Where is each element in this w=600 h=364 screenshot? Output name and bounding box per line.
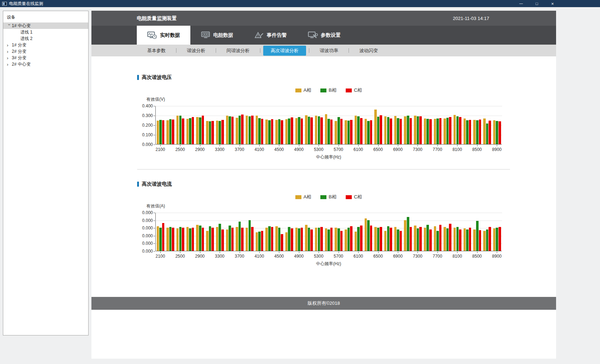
chart-legend: A相B相C相: [155, 194, 502, 200]
tree-item[interactable]: ›3# 分变: [3, 55, 88, 61]
section-marker-icon: [137, 75, 139, 80]
x-tick-label: 2100: [152, 147, 168, 152]
bar: [464, 118, 466, 144]
bar: [489, 227, 491, 251]
bar: [380, 227, 382, 251]
bar: [404, 220, 406, 251]
bar: [226, 229, 229, 251]
bar: [192, 228, 194, 251]
bar: [231, 117, 234, 144]
bar: [189, 228, 191, 251]
bar: [404, 116, 406, 144]
x-tick-mark: [319, 252, 319, 253]
tree-item-label: 1# 分变: [12, 42, 26, 48]
y-tick-label: 0.200: [137, 123, 153, 128]
bar: [186, 119, 189, 144]
bar: [424, 118, 426, 144]
bar: [456, 116, 459, 144]
subtab-谐波分析[interactable]: 谐波分析: [179, 46, 213, 56]
bar: [454, 115, 456, 144]
x-tick-label: 4100: [251, 147, 267, 152]
tree-item[interactable]: ›1# 中心变: [3, 22, 88, 29]
tree-item[interactable]: ›2# 中心变: [3, 61, 88, 67]
x-tick-mark: [240, 145, 240, 146]
x-tick-label: 5300: [311, 147, 326, 152]
bar: [476, 120, 479, 144]
bar: [483, 231, 486, 251]
subtab-divider-line: [176, 48, 176, 53]
bar: [285, 119, 288, 144]
close-button[interactable]: ×: [545, 0, 560, 7]
bar: [384, 231, 387, 251]
x-tick-mark: [279, 145, 279, 146]
chevron-right-icon[interactable]: ›: [7, 55, 12, 61]
tab-实时数据[interactable]: 实时数据: [137, 26, 190, 45]
tab-参数设置[interactable]: 参数设置: [298, 26, 351, 45]
x-tick-label: 2100: [152, 254, 168, 259]
bar: [216, 121, 219, 144]
gridline: [156, 213, 502, 213]
legend-item: B相: [320, 194, 336, 200]
x-tick-mark: [339, 145, 339, 146]
minimize-button[interactable]: —: [513, 0, 529, 7]
section-header: 高次谐波电流: [137, 181, 172, 187]
titlebar: 电能质量在线监测 —□×: [0, 0, 600, 7]
tree-item[interactable]: ›1# 分变: [3, 42, 88, 48]
bar: [285, 232, 288, 251]
subtab-谐波功率[interactable]: 谐波功率: [312, 46, 346, 56]
bar: [182, 228, 184, 251]
x-tick-label: 2900: [192, 147, 208, 152]
bar: [486, 123, 489, 144]
bar: [473, 229, 476, 251]
tree-item-label: 3# 分变: [12, 55, 26, 61]
legend-label: B相: [329, 87, 336, 93]
tab-电能数据[interactable]: 电能数据: [190, 26, 244, 45]
bar: [330, 120, 333, 144]
bar: [211, 121, 214, 144]
chevron-right-icon[interactable]: ›: [7, 49, 12, 54]
bar: [446, 118, 449, 144]
bar: [338, 117, 340, 144]
subtab-高次谐波分析[interactable]: 高次谐波分析: [263, 46, 306, 56]
bar: [281, 120, 283, 144]
subtab-bar: 基本参数谐波分析间谐波分析高次谐波分析谐波功率波动闪变: [91, 45, 556, 56]
chevron-down-icon[interactable]: ›: [7, 24, 12, 29]
chevron-right-icon[interactable]: ›: [7, 62, 12, 67]
tree-item[interactable]: 进线 2: [3, 35, 88, 42]
chevron-right-icon[interactable]: ›: [7, 42, 12, 48]
y-tick-label: 0.000: [137, 233, 153, 238]
plot-area: [155, 106, 502, 145]
maximize-button[interactable]: □: [529, 0, 545, 7]
y-tick-mark: [154, 243, 155, 244]
bar: [166, 228, 169, 251]
bar: [261, 119, 264, 144]
bar: [298, 228, 300, 251]
x-tick-label: 3300: [212, 147, 228, 152]
y-tick-mark: [154, 221, 155, 221]
subtab-间谐波分析[interactable]: 间谐波分析: [219, 46, 257, 56]
bar: [315, 228, 318, 251]
bar: [489, 121, 491, 144]
bar: [295, 118, 298, 144]
bar: [335, 228, 337, 251]
bar: [251, 116, 254, 145]
tree-item[interactable]: ›2# 分变: [3, 48, 88, 55]
x-tick-label: 4900: [291, 254, 307, 259]
x-tick-label: 2500: [172, 147, 188, 152]
bar: [365, 218, 367, 251]
bar: [400, 119, 402, 144]
bar: [256, 116, 258, 144]
bar: [449, 117, 451, 144]
tree-item[interactable]: 进线 1: [3, 29, 88, 35]
subtab-基本参数[interactable]: 基本参数: [140, 46, 173, 56]
main-panel: 电能质量监测装置 2021-11-03 14:17 实时数据 电能数据 事件告警…: [91, 11, 556, 359]
x-tick-mark: [319, 145, 319, 146]
tab-label: 实时数据: [160, 32, 180, 39]
plot-area: [155, 213, 502, 251]
x-tick-label: 6500: [370, 254, 386, 259]
subtab-波动闪变[interactable]: 波动闪变: [352, 46, 385, 56]
legend-item: C相: [346, 87, 362, 93]
bar: [459, 229, 461, 251]
x-tick-label: 7300: [410, 147, 425, 152]
tab-事件告警[interactable]: 事件告警: [244, 26, 298, 45]
